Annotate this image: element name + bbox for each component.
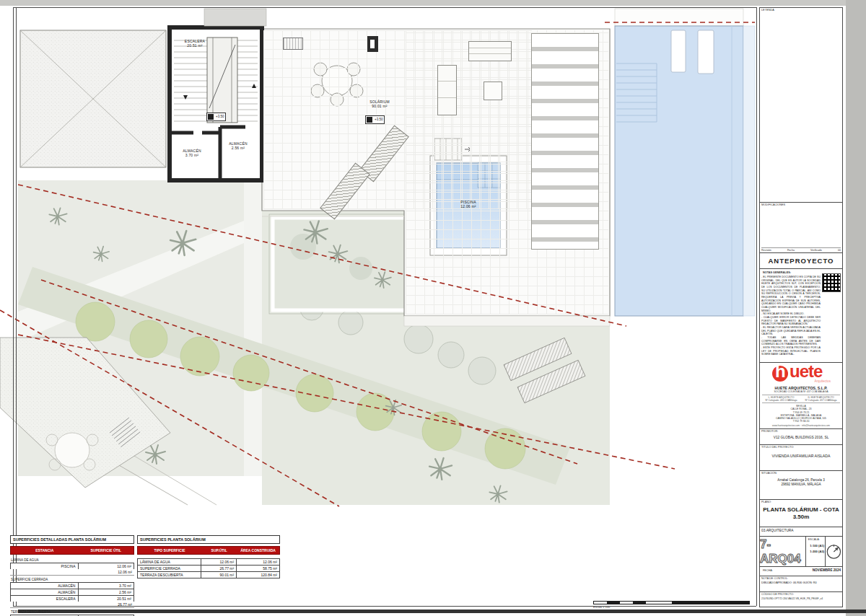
sheet-number-panel: 7-ARQ04 ESCALA: 1:100 (A1) 1:200 (A3)	[760, 537, 842, 567]
revisions-panel: MODIFICACIONES Revisión Fecha Verificado…	[760, 203, 842, 253]
project-code-panel: CÓDIGO DE PROYECTO: 21076UND.OPT72.C84.V…	[760, 592, 842, 607]
office-sevilla: SEVILLA CALLE ROSAL, 23 T 954 09 73 21	[760, 405, 842, 414]
frame-line	[16, 7, 17, 606]
sheet-top-margin	[0, 0, 866, 6]
office-estepona: ESTEPONA - MARBELLA - MÁLAGA CAMINO SALA…	[760, 414, 842, 423]
frame-bottom-band	[18, 610, 866, 613]
label-piscina: PISCINA 12.06 m²	[449, 200, 488, 209]
table-title: SUPERFICIES PLANTA SOLÁRIUM	[137, 535, 280, 544]
table-superficies-detalladas: SUPERFICIES DETALLADAS PLANTA SOLÁRIUM E…	[10, 535, 134, 616]
table-row: ALMACÉN 2.56 m²	[10, 589, 134, 595]
date-value: NOVIEMBRE 2024	[813, 568, 841, 574]
drawing-sheet: ESCALERA 20.51 m² +3.50 ALMACÉN 3.70 m² …	[0, 0, 866, 616]
panel-label: MODIFICACIONES	[760, 203, 842, 207]
huete-logo: h uete Arquitectos	[770, 364, 832, 383]
table-row: SUPERFICIE CERRADA 26.77 m² 58.75 m²	[137, 566, 280, 572]
scale-label: Escala 1:100	[593, 605, 610, 609]
firm-panel: h uete Arquitectos HUETE ARQUITECTOS, S.…	[760, 363, 842, 429]
project-title: VIVIENDA UNIFAMILIAR AISLADA	[760, 454, 842, 458]
sheet-right-margin	[846, 0, 866, 616]
promotor-value: V12 GLOBAL BUILDINGS 2016, SL	[760, 436, 842, 439]
level-marker-solarium: +3.50	[365, 115, 385, 124]
notes-text: - EL PRESENTE DOCUMENTO ES COPIA DE SU O…	[761, 276, 821, 356]
table-row: LÁMINA DE AGUA 12.06 m² 12.06 m²	[137, 558, 280, 566]
stamp-anteproyecto: ANTEPROYECTO	[760, 253, 842, 269]
general-notes: NOTAS GENERALES: - EL PRESENTE DOCUMENTO…	[760, 269, 842, 363]
table-superficies-resumen: SUPERFICIES PLANTA SOLÁRIUM TIPO SUPERFI…	[137, 535, 280, 578]
partners: L. HUETE ARQUITECTO Nº Colegiado: 431 CO…	[762, 395, 840, 403]
sheet-number: 7-ARQ04	[760, 537, 806, 566]
group-subtotal: 26.77 m²	[10, 602, 134, 608]
group-label: LÁMINA DE AGUA	[11, 558, 134, 562]
sheet-title: PLANTA SOLÁRIUM - COTA 3.50m	[760, 506, 842, 520]
north-arrow-icon	[826, 537, 842, 566]
title-block: LEYENDA MODIFICACIONES Revisión Fecha Ve…	[759, 7, 843, 607]
group-label: TERRAZA DESCUBIERTA	[11, 610, 134, 614]
level-marker-stair: +3.50	[206, 113, 226, 121]
project-code: 21076UND.OPT72.C84.VA022.VB_HUE_PB_PE06F…	[760, 597, 842, 601]
label-almacen-a: ALMACÉN 3.70 m²	[175, 149, 209, 158]
discipline-panel: 03.ARQUITECTURA	[760, 527, 842, 537]
promotor-panel: PROMOTOR: V12 GLOBAL BUILDINGS 2016, SL	[760, 429, 842, 445]
graphic-scale-bar	[593, 601, 750, 604]
label-escalera: ESCALERA 20.51 m²	[175, 39, 215, 48]
table-row: PISCINA 12.06 m²	[10, 563, 134, 569]
control-panel: NOTA DE CONTROL: DIBUJADO/APROBADO: 06.R…	[760, 576, 842, 592]
table-row: ESCALERA 20.51 m²	[10, 595, 134, 602]
frame-line	[756, 7, 757, 606]
label-almacen-b: ALMACÉN 2.56 m²	[221, 141, 255, 151]
table-row: ALMACÉN 3.70 m²	[10, 582, 134, 589]
panel-label: LEYENDA	[760, 8, 842, 12]
group-label: SUPERFICIE CERRADA	[11, 578, 134, 581]
project-title-panel: TÍTULO DEL PROYECTO: VIVIENDA UNIFAMILIA…	[760, 445, 842, 471]
frame-line	[13, 7, 14, 606]
group-subtotal: 12.06 m²	[10, 569, 134, 576]
sheet-title-panel: PLANO: PLANTA SOLÁRIUM - COTA 3.50m	[760, 500, 842, 527]
table-title: SUPERFICIES DETALLADAS PLANTA SOLÁRIUM	[10, 535, 134, 544]
firm-web: www.huetearquitectos.com · info@huetearq…	[760, 424, 842, 427]
table-row: TERRAZA DESCUBIERTA 90.01 m² 120.84 m²	[137, 572, 280, 578]
boundary-lines	[0, 0, 866, 616]
frame-line	[13, 7, 756, 8]
legend-panel: LEYENDA	[760, 8, 842, 203]
firm-registration: SOCIEDAD COLEGIADA Nº 437 COA MÁLAGA	[760, 390, 842, 393]
qr-code	[822, 273, 841, 292]
location-panel: SITUACIÓN: Arrabal Catalonga 26, Parcela…	[760, 471, 842, 500]
date-panel: FECHA: NOVIEMBRE 2024	[760, 567, 842, 576]
table-header: TIPO SUPERFICIE SUP.ÚTIL ÁREA CONSTRUIDA	[137, 546, 280, 555]
scale-box: ESCALA: 1:100 (A1) 1:200 (A3)	[806, 537, 826, 566]
label-solarium: SOLÁRIUM 90.01 m²	[358, 100, 401, 109]
room-area: 20.51 m²	[187, 43, 202, 48]
table-header: ESTANCIA SUPERFICIE ÚTIL	[10, 546, 134, 555]
location-value: Arrabal Catalonga 26, Parcela 3 29692 MA…	[760, 478, 842, 488]
